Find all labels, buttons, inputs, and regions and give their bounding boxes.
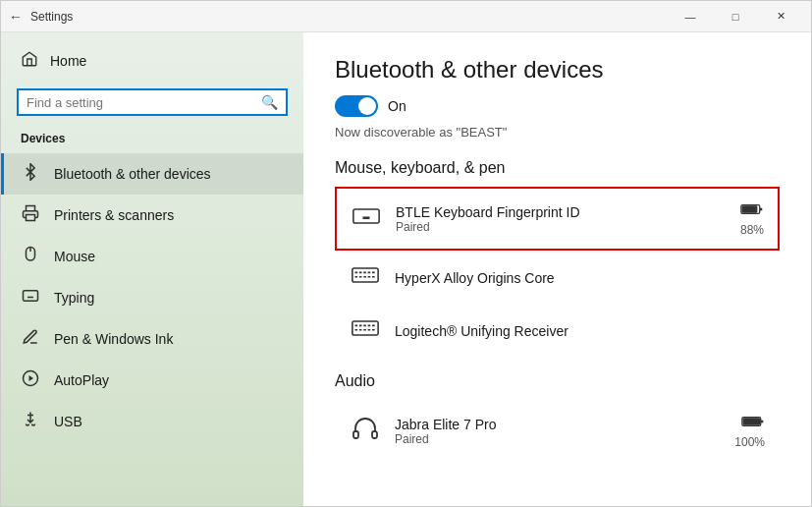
discoverable-text: Now discoverable as "BEAST"	[335, 125, 780, 140]
device-info-jabra: Jabra Elite 7 Pro Paired	[395, 417, 721, 446]
sidebar-item-bluetooth[interactable]: Bluetooth & other devices	[1, 153, 303, 195]
device-name-jabra: Jabra Elite 7 Pro	[395, 417, 721, 432]
usb-icon	[21, 411, 40, 432]
bluetooth-icon	[21, 163, 40, 185]
device-info-hyperx: HyperX Alloy Origins Core	[395, 270, 765, 286]
sidebar-item-usb[interactable]: USB	[1, 401, 303, 442]
svg-rect-3	[24, 291, 38, 302]
sidebar-mouse-label: Mouse	[54, 249, 95, 264]
device-info-logitech: Logitech® Unifying Receiver	[395, 323, 765, 339]
content-area: Home 🔍 Devices Bluetooth & other devices	[1, 32, 811, 506]
device-name-logitech: Logitech® Unifying Receiver	[395, 323, 765, 339]
autoplay-icon	[21, 369, 40, 391]
titlebar-controls: — □ ✕	[668, 1, 803, 32]
svg-rect-0	[27, 215, 35, 221]
pen-icon	[21, 328, 40, 350]
device-battery-btle: 88%	[740, 200, 764, 237]
mouse-icon	[21, 246, 40, 267]
section-heading-audio: Audio	[335, 372, 780, 390]
page-title: Bluetooth & other devices	[335, 56, 780, 84]
back-icon[interactable]: ←	[9, 9, 23, 25]
window: ← Settings — □ ✕ Home	[0, 0, 812, 507]
titlebar-left: ← Settings	[9, 9, 73, 25]
search-box[interactable]: 🔍	[17, 88, 288, 116]
sidebar-bluetooth-label: Bluetooth & other devices	[54, 166, 211, 182]
device-item-logitech[interactable]: Logitech® Unifying Receiver	[335, 306, 780, 357]
sidebar: Home 🔍 Devices Bluetooth & other devices	[1, 32, 303, 506]
keyboard-icon	[351, 206, 382, 232]
svg-rect-29	[352, 321, 378, 335]
titlebar: ← Settings — □ ✕	[1, 1, 811, 32]
svg-rect-35	[743, 419, 759, 424]
sidebar-autoplay-label: AutoPlay	[54, 372, 109, 388]
maximize-button[interactable]: □	[713, 1, 758, 32]
window-title: Settings	[30, 10, 73, 24]
minimize-button[interactable]: —	[668, 1, 713, 32]
svg-rect-11	[353, 209, 379, 223]
device-item-hyperx[interactable]: HyperX Alloy Origins Core	[335, 253, 780, 304]
sidebar-typing-label: Typing	[54, 290, 94, 306]
battery-pct-btle: 88%	[740, 223, 764, 237]
main-content: Bluetooth & other devices On Now discove…	[303, 32, 811, 506]
sidebar-item-mouse[interactable]: Mouse	[1, 236, 303, 277]
search-icon: 🔍	[261, 94, 278, 110]
sidebar-item-home[interactable]: Home	[1, 40, 303, 81]
bluetooth-toggle[interactable]	[335, 95, 378, 117]
device-name-hyperx: HyperX Alloy Origins Core	[395, 270, 765, 286]
sidebar-item-typing[interactable]: Typing	[1, 277, 303, 318]
device-battery-jabra: 100%	[734, 413, 765, 449]
device-status-btle: Paired	[396, 220, 727, 234]
device-item-jabra[interactable]: Jabra Elite 7 Pro Paired 100%	[335, 400, 780, 462]
sidebar-item-pen[interactable]: Pen & Windows Ink	[1, 318, 303, 360]
home-icon	[21, 50, 38, 71]
section-heading-mouse: Mouse, keyboard, & pen	[335, 159, 780, 177]
sidebar-usb-label: USB	[54, 414, 82, 429]
headphone-icon	[350, 415, 381, 448]
typing-icon	[21, 287, 40, 309]
toggle-label: On	[388, 98, 406, 114]
sidebar-home-label: Home	[50, 53, 86, 69]
sidebar-pen-label: Pen & Windows Ink	[54, 331, 173, 347]
svg-rect-26	[352, 268, 378, 282]
keyboard-icon-logitech	[350, 318, 381, 344]
sidebar-printers-label: Printers & scanners	[54, 207, 174, 223]
keyboard-icon-hyperx	[350, 265, 381, 291]
sidebar-section-title: Devices	[1, 128, 303, 153]
battery-pct-jabra: 100%	[734, 435, 765, 449]
svg-rect-25	[742, 206, 757, 212]
device-info-btle: BTLE Keyboard Fingerprint ID Paired	[396, 204, 727, 234]
svg-rect-33	[372, 431, 377, 438]
bluetooth-toggle-row: On	[335, 95, 780, 117]
sidebar-item-printers[interactable]: Printers & scanners	[1, 195, 303, 236]
battery-icon-jabra	[741, 413, 765, 433]
close-button[interactable]: ✕	[758, 1, 803, 32]
printer-icon	[21, 204, 40, 226]
sidebar-item-autoplay[interactable]: AutoPlay	[1, 360, 303, 401]
svg-marker-10	[29, 375, 34, 381]
device-item-btle[interactable]: BTLE Keyboard Fingerprint ID Paired 88%	[335, 187, 780, 251]
device-name-btle: BTLE Keyboard Fingerprint ID	[396, 204, 727, 220]
search-input[interactable]	[27, 95, 261, 110]
svg-rect-32	[353, 431, 358, 438]
toggle-knob	[358, 97, 376, 115]
battery-icon-btle	[740, 200, 764, 221]
device-status-jabra: Paired	[395, 432, 721, 446]
